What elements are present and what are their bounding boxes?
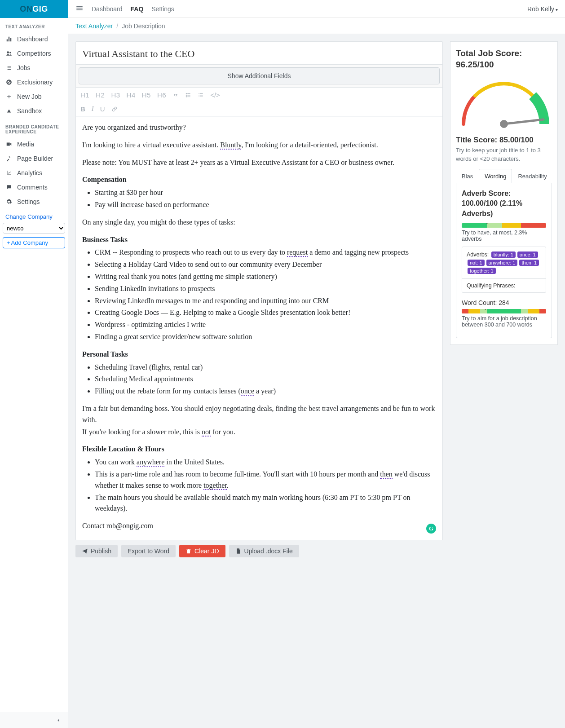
h3-button[interactable]: H3: [111, 91, 120, 99]
topnav-faq[interactable]: FAQ: [131, 5, 144, 13]
h5-button[interactable]: H5: [142, 91, 151, 99]
topbar: Dashboard FAQ Settings Rob Kelly▾: [68, 0, 565, 18]
svg-point-3: [186, 95, 187, 96]
title-score-help: Try to keep your job title to 1 to 3 wor…: [456, 146, 552, 163]
tab-bias[interactable]: Bias: [456, 169, 479, 183]
add-company-button[interactable]: +Add Company: [3, 237, 65, 248]
list-item: Pay will increase based on performance: [95, 199, 436, 211]
chart-icon: [5, 169, 13, 176]
list-item: The main hours you should be available s…: [95, 492, 436, 515]
adverb-highlight: request: [287, 248, 308, 257]
file-icon: [235, 547, 242, 555]
upload-docx-button[interactable]: Upload .docx File: [229, 545, 299, 557]
sidebar-label: Dashboard: [17, 35, 48, 43]
clear-jd-button[interactable]: Clear JD: [179, 545, 225, 557]
list-item: This is a part-time role and has room to…: [95, 469, 436, 491]
change-company-link[interactable]: Change Company: [0, 209, 68, 223]
sidebar-item-competitors[interactable]: Competitors: [0, 46, 68, 61]
sidebar-label: Jobs: [17, 64, 31, 71]
sidebar-item-sandbox[interactable]: Sandbox: [0, 104, 68, 118]
sidebar-item-settings[interactable]: Settings: [0, 194, 68, 209]
company-select[interactable]: newco: [3, 223, 65, 234]
collapse-sidebar-button[interactable]: [0, 712, 68, 728]
list-item: Filling out the rebate form for my conta…: [95, 386, 436, 397]
bullet-list-button[interactable]: [185, 91, 191, 99]
action-bar: Publish Export to Word Clear JD Upload .…: [75, 545, 443, 557]
brand-logo[interactable]: ONGIG: [0, 0, 68, 18]
list-item: Selecting a Holiday Card Video to send o…: [95, 259, 436, 270]
sidebar-label: Sandbox: [17, 107, 42, 115]
paragraph: I'm a fair but demanding boss. You shoul…: [82, 403, 436, 426]
code-button[interactable]: </>: [210, 91, 220, 99]
publish-button[interactable]: Publish: [75, 545, 118, 557]
list-item: Writing real thank you notes (and gettin…: [95, 271, 436, 282]
underline-button[interactable]: U: [100, 105, 105, 113]
svg-point-4: [186, 96, 187, 97]
show-additional-fields-button[interactable]: Show Additional Fields: [79, 67, 440, 84]
wording-tab-pane: Adverb Score: 100.00/100 (2.11% Adverbs)…: [456, 183, 552, 338]
svg-point-6: [500, 120, 508, 128]
word-count-help: Try to aim for a job description between…: [462, 315, 546, 328]
sidebar-item-page-builder[interactable]: Page Builder: [0, 151, 68, 166]
job-title[interactable]: Virtual Assistant to the CEO: [76, 42, 442, 65]
topnav-settings[interactable]: Settings: [151, 5, 174, 13]
list-item: CRM -- Responding to prospects who reach…: [95, 247, 436, 258]
adverb-score-bar: ▼: [462, 223, 546, 228]
flexible-list: You can work anywhere in the United Stat…: [82, 457, 436, 514]
list-item: Scheduling Medical appointments: [95, 374, 436, 385]
total-job-score: Total Job Score: 96.25/100: [456, 48, 552, 70]
adverb-highlight: together: [203, 481, 227, 490]
blockquote-button[interactable]: [172, 91, 179, 99]
compensation-list: Starting at $30 per hour Pay will increa…: [82, 187, 436, 211]
sidebar-item-jobs[interactable]: Jobs: [0, 61, 68, 75]
adverb-highlight: then: [380, 470, 393, 479]
ban-icon: [5, 79, 13, 86]
bold-button[interactable]: B: [80, 105, 85, 113]
list-icon: [5, 64, 13, 71]
paragraph: Are you organized and trustworthy?: [82, 122, 436, 133]
sidebar-item-new-job[interactable]: New Job: [0, 89, 68, 104]
adverb-pill: bluntly: 1: [491, 251, 516, 258]
heading-flexible: Flexible Location & Hours: [82, 444, 436, 455]
personal-tasks-list: Scheduling Travel (flights, rental car) …: [82, 362, 436, 397]
sidebar-item-exclusionary[interactable]: Exclusionary: [0, 75, 68, 89]
link-button[interactable]: [111, 105, 118, 113]
sidebar-label: Comments: [17, 184, 48, 191]
sidebar-item-dashboard[interactable]: Dashboard: [0, 32, 68, 46]
user-menu[interactable]: Rob Kelly▾: [527, 5, 558, 13]
sidebar-label: Settings: [17, 198, 40, 205]
breadcrumb: Text Analyzer / Job Description: [68, 18, 565, 34]
svg-point-1: [9, 52, 11, 54]
tab-readability[interactable]: Readability: [512, 169, 552, 183]
h4-button[interactable]: H4: [127, 91, 136, 99]
sidebar-label: Competitors: [17, 50, 51, 57]
adverb-highlight: Bluntly: [220, 141, 241, 150]
svg-point-2: [186, 93, 187, 94]
h6-button[interactable]: H6: [157, 91, 166, 99]
sidebar-item-media[interactable]: Media: [0, 137, 68, 151]
list-item: Creating Google Docs — E.g. Helping to m…: [95, 307, 436, 318]
gear-icon: [5, 198, 13, 205]
grammarly-icon[interactable]: G: [426, 524, 436, 534]
hamburger-icon[interactable]: [75, 4, 84, 13]
breadcrumb-root[interactable]: Text Analyzer: [75, 22, 113, 30]
italic-button[interactable]: I: [92, 105, 94, 113]
adverb-box: Adverbs: bluntly: 1once: 1not: 1anywhere…: [462, 247, 546, 293]
h2-button[interactable]: H2: [96, 91, 105, 99]
adverbs-label: Adverbs:: [467, 251, 489, 258]
sidebar: ONGIG TEXT ANALYZER Dashboard Competitor…: [0, 0, 68, 728]
sidebar-item-analytics[interactable]: Analytics: [0, 166, 68, 180]
list-item: You can work anywhere in the United Stat…: [95, 457, 436, 468]
export-button[interactable]: Export to Word: [121, 545, 176, 557]
numbered-list-button[interactable]: [198, 91, 204, 99]
sidebar-section-branded: BRANDED CANDIDATE EXPERIENCE: [0, 118, 68, 137]
list-item: Scheduling Travel (flights, rental car): [95, 362, 436, 373]
bar-marker-icon: ▼: [484, 223, 490, 225]
topnav-dashboard[interactable]: Dashboard: [92, 5, 123, 13]
tab-wording[interactable]: Wording: [479, 169, 512, 183]
sidebar-label: Exclusionary: [17, 79, 53, 86]
h1-button[interactable]: H1: [80, 91, 89, 99]
breadcrumb-current: Job Description: [122, 22, 165, 30]
editor-body[interactable]: Are you organized and trustworthy? I'm l…: [76, 117, 442, 540]
sidebar-item-comments[interactable]: Comments: [0, 180, 68, 194]
